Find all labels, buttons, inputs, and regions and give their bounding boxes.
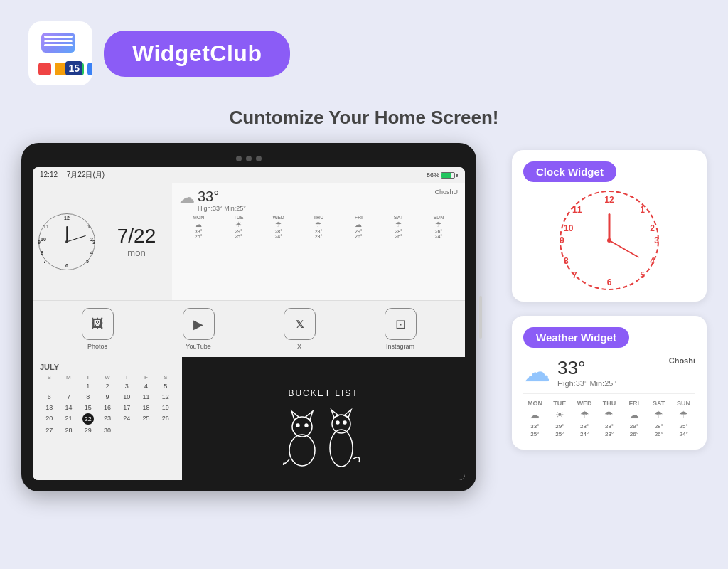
weather-hilo-big: High:33° Min:25° <box>557 379 616 388</box>
cal-header-m: M <box>59 374 77 381</box>
cats-illustration <box>277 404 370 468</box>
tagline: Cuntomize Your Home Screen! <box>0 107 728 129</box>
tablet-analog-clock: 12 1 2 3 4 5 6 7 8 9 10 11 <box>38 213 95 270</box>
app-x[interactable]: 𝕏 X <box>284 308 316 350</box>
weather-day-mon: MON ☁ 33°25° <box>179 215 218 239</box>
weather-widget-left: ☁ 33° High:33° Min:25° <box>523 356 616 388</box>
app-youtube[interactable]: ▶ YouTube <box>183 308 215 350</box>
battery-tip <box>456 174 458 177</box>
right-panel: Clock Widget 12 1 2 3 4 5 6 7 8 9 10 11 <box>512 143 707 491</box>
svg-marker-9 <box>344 410 351 418</box>
clock-widget-card: Clock Widget 12 1 2 3 4 5 6 7 8 9 10 11 <box>512 150 707 302</box>
tablet-day: mon <box>127 248 145 258</box>
clock-num-11: 11 <box>43 224 49 229</box>
forecast-mon: MON ☁ 33°25° <box>523 400 547 438</box>
tablet-screen: 12:12 7月22日(月) 86% <box>33 167 465 480</box>
tablet-device: 12:12 7月22日(月) 86% <box>21 143 476 491</box>
weather-day-fri: FRI ☁ 29°26° <box>339 215 378 239</box>
weather-day-thu: THU ☂ 28°23° <box>299 215 338 239</box>
cal-header-f: F <box>136 374 155 381</box>
forecast-sat-icon: ☂ <box>647 409 670 420</box>
tablet-bottom: JULY S M T W T F S 1 <box>33 357 465 480</box>
big-center-dot <box>607 238 611 243</box>
weather-forecast: MON ☁ 33°25° TUE ☀ 29°25° WED ☂ 28°24° T… <box>523 393 695 438</box>
tablet-clock-cell: 12 1 2 3 4 5 6 7 8 9 10 11 <box>33 183 101 300</box>
center-dot-small <box>65 240 68 243</box>
battery-body <box>441 172 455 179</box>
big-hour-hand <box>609 213 611 240</box>
svg-point-11 <box>343 421 346 424</box>
cal-header-w: W <box>98 374 117 381</box>
cal-header-s: S <box>40 374 58 381</box>
tablet-weather-cell: ☁ 33° High:33° Min:25° ChoshU <box>172 183 465 300</box>
big-clock-num-11: 11 <box>572 205 582 215</box>
svg-point-5 <box>305 424 308 427</box>
battery-indicator: 86% <box>427 171 458 179</box>
clock-num-7: 7 <box>43 259 46 264</box>
forecast-fri: FRI ☁ 29°26° <box>622 400 646 438</box>
big-clock-num-1: 1 <box>640 205 645 215</box>
camera-bar <box>33 156 465 161</box>
svg-marker-8 <box>331 410 338 418</box>
instagram-label: Instagram <box>385 343 417 350</box>
dot-red-icon <box>38 63 51 75</box>
clock-num-10: 10 <box>41 237 46 242</box>
photos-icon: 🖼 <box>82 308 114 340</box>
calendar-grid: S M T W T F S 1 2 3 <box>40 374 175 435</box>
tablet-weather-days: MON ☁ 33°25° TUE ☀ 29°25° WED <box>179 215 458 239</box>
big-clock-num-7: 7 <box>572 270 577 280</box>
brand-pill: WidgetClub <box>104 31 290 77</box>
big-clock-num-6: 6 <box>607 277 612 287</box>
status-bar: 12:12 7月22日(月) 86% <box>33 167 465 183</box>
bucket-list-section: Bucket List <box>182 357 465 480</box>
apps-row: 🖼 Photos ▶ YouTube 𝕏 X ⊡ Instagram <box>33 300 465 357</box>
forecast-tue-icon: ☀ <box>548 409 572 420</box>
brand-name: WidgetClub <box>132 41 262 66</box>
weather-location-big: Choshi <box>669 356 695 365</box>
big-clock-num-9: 9 <box>560 235 564 245</box>
clock-num-4: 4 <box>90 250 93 255</box>
forecast-sat: SAT ☂ 28°26° <box>647 400 670 438</box>
forecast-sun: SUN ☂ 25°24° <box>672 400 695 438</box>
x-label: X <box>284 343 316 350</box>
cal-header-s2: S <box>156 374 175 381</box>
clock-num-3: 3 <box>92 239 95 244</box>
clock-num-5: 5 <box>86 259 89 264</box>
battery-fill <box>441 173 451 178</box>
hour-hand-small <box>66 226 68 242</box>
clock-num-12: 12 <box>64 216 70 220</box>
svg-point-6 <box>330 430 353 467</box>
cal-header-t: T <box>79 374 97 381</box>
clock-num-8: 8 <box>41 250 43 255</box>
svg-point-0 <box>289 435 315 466</box>
weather-temp-big: 33° <box>557 357 616 379</box>
logo-box: 15 <box>28 21 92 85</box>
weather-widget-label: Weather Widget <box>523 327 629 348</box>
forecast-fri-icon: ☁ <box>622 409 646 420</box>
logo-lines-icon <box>41 33 75 53</box>
bucket-list-title: Bucket List <box>288 388 358 398</box>
big-minute-hand <box>609 240 640 258</box>
forecast-wed: WED ☂ 28°24° <box>573 400 596 438</box>
weather-day-sat: SAT ☂ 28°26° <box>379 215 417 239</box>
svg-point-1 <box>292 417 312 437</box>
big-clock-num-3: 3 <box>654 235 659 245</box>
header: 15 WidgetClub <box>0 0 728 100</box>
big-clock-num-2: 2 <box>650 223 655 233</box>
dot-blue-icon <box>87 63 92 75</box>
status-time-date: 12:12 7月22日(月) <box>40 170 105 180</box>
calendar-today: 22 <box>82 413 94 425</box>
app-photos[interactable]: 🖼 Photos <box>82 308 114 350</box>
cam-dot-1 <box>236 156 242 161</box>
forecast-thu: THU ☂ 28°23° <box>598 400 621 438</box>
logo-inner: 15 <box>36 28 85 78</box>
forecast-wed-icon: ☂ <box>573 409 596 420</box>
tablet-cloud-icon: ☁ <box>179 188 195 207</box>
photos-label: Photos <box>82 343 114 350</box>
weather-day-wed: WED ☂ 28°24° <box>259 215 298 239</box>
big-clock-num-10: 10 <box>564 223 573 233</box>
svg-point-4 <box>296 424 299 427</box>
scroll-indicator <box>479 296 482 339</box>
forecast-sun-icon: ☂ <box>672 409 695 420</box>
app-instagram[interactable]: ⊡ Instagram <box>385 308 417 350</box>
